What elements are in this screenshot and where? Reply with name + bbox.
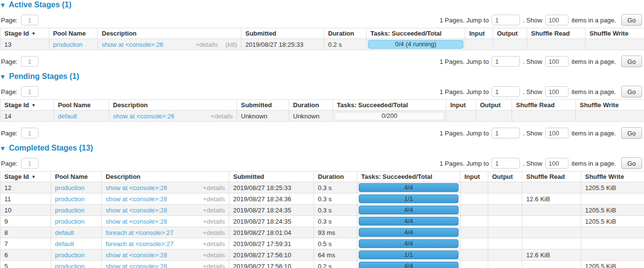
output-cell [488, 216, 522, 227]
column-header-description[interactable]: Description [109, 100, 237, 111]
column-header-stage-id[interactable]: Stage Id▼ [0, 100, 54, 111]
column-header-pool-name[interactable]: Pool Name [51, 172, 102, 182]
tasks-cell: 1/1 [357, 249, 460, 261]
description-link[interactable]: foreach at <console>:27 [106, 240, 174, 248]
details-toggle[interactable]: +details [211, 113, 233, 120]
column-header-tasks[interactable]: Tasks: Succeeded/Total [333, 100, 446, 111]
pool-name-link[interactable]: production [53, 41, 83, 48]
page-input[interactable] [21, 56, 38, 67]
details-toggle[interactable]: +details [203, 195, 225, 203]
stage-id-cell: 8 [0, 227, 51, 238]
column-header-input[interactable]: Input [446, 100, 476, 111]
go-button[interactable]: Go [621, 56, 642, 67]
column-header-duration[interactable]: Duration [314, 172, 357, 182]
show-count-input[interactable] [545, 158, 569, 169]
pool-name-link[interactable]: production [55, 207, 85, 214]
kill-link[interactable]: (kill) [225, 41, 237, 48]
duration-cell: 64 ms [314, 249, 357, 261]
details-toggle[interactable]: +details [203, 251, 225, 259]
column-header-shuffle-read[interactable]: Shuffle Read [512, 100, 576, 111]
description-cell: show at <console>:28+details [102, 193, 229, 205]
pool-name-link[interactable]: production [55, 184, 85, 191]
show-count-input[interactable] [545, 128, 569, 138]
page-input[interactable] [21, 128, 38, 138]
show-count-input[interactable] [545, 86, 569, 97]
column-header-shuffle-read[interactable]: Shuffle Read [522, 172, 581, 182]
column-header-pool-name[interactable]: Pool Name [54, 100, 109, 111]
column-header-shuffle-write[interactable]: Shuffle Write [576, 100, 644, 111]
go-button[interactable]: Go [621, 127, 642, 139]
jump-to-input[interactable] [492, 15, 520, 25]
tasks-cell: 4/4 [357, 205, 460, 216]
details-toggle[interactable]: +details [203, 240, 225, 248]
details-toggle[interactable]: +details [203, 184, 225, 191]
section-title: Completed Stages (13) [9, 144, 92, 152]
column-header-shuffle-read[interactable]: Shuffle Read [527, 28, 586, 39]
pool-name-link[interactable]: production [55, 195, 85, 203]
details-toggle[interactable]: +details [196, 41, 218, 48]
column-header-output[interactable]: Output [493, 28, 527, 39]
description-link[interactable]: show at <console>:26 [106, 184, 167, 191]
column-header-submitted[interactable]: Submitted [241, 28, 324, 39]
column-header-shuffle-write[interactable]: Shuffle Write [581, 172, 644, 182]
show-count-input[interactable] [545, 56, 569, 67]
column-header-tasks[interactable]: Tasks: Succeeded/Total [367, 28, 465, 39]
tasks-progress-bar: 0/200 [334, 112, 444, 120]
description-link[interactable]: show at <console>:28 [106, 251, 167, 259]
column-header-pool-name[interactable]: Pool Name [49, 28, 98, 39]
column-header-tasks[interactable]: Tasks: Succeeded/Total [357, 172, 460, 182]
details-toggle[interactable]: +details [203, 207, 225, 214]
description-link[interactable]: show at <console>:26 [113, 113, 174, 120]
go-button[interactable]: Go [621, 86, 642, 97]
go-button[interactable]: Go [621, 157, 642, 169]
section-title: Active Stages (1) [9, 0, 72, 9]
section-header-active[interactable]: ▾ Active Stages (1) [1, 1, 644, 9]
details-toggle[interactable]: +details [203, 263, 225, 268]
jump-to-input[interactable] [492, 158, 520, 169]
page-input[interactable] [21, 15, 38, 25]
jump-to-input[interactable] [492, 128, 520, 138]
description-link[interactable]: show at <console>:28 [106, 218, 167, 225]
column-header-output[interactable]: Output [476, 100, 512, 111]
pool-name-cell: production [49, 39, 98, 50]
column-header-shuffle-write[interactable]: Shuffle Write [586, 28, 644, 39]
go-button[interactable]: Go [621, 14, 642, 26]
column-header-output[interactable]: Output [488, 172, 522, 182]
section-header-completed[interactable]: ▾ Completed Stages (13) [1, 144, 644, 152]
duration-cell: Unknown [289, 111, 333, 122]
page-input[interactable] [21, 158, 38, 169]
description-link[interactable]: show at <console>:28 [106, 263, 167, 268]
pool-name-link[interactable]: production [55, 263, 85, 268]
jump-to-input[interactable] [492, 86, 520, 97]
column-header-stage-id[interactable]: Stage Id▼ [0, 28, 49, 39]
pool-name-link[interactable]: default [55, 229, 74, 236]
column-header-submitted[interactable]: Submitted [237, 100, 289, 111]
column-header-input[interactable]: Input [465, 28, 493, 39]
submitted-cell: 2019/08/27 18:24:36 [229, 193, 314, 205]
column-header-stage-id[interactable]: Stage Id▼ [0, 172, 51, 182]
show-label: . Show [523, 130, 542, 137]
tasks-progress-bar: 1/1 [359, 250, 459, 259]
page-input[interactable] [21, 86, 38, 97]
column-header-input[interactable]: Input [460, 172, 488, 182]
details-toggle[interactable]: +details [203, 218, 225, 225]
description-link[interactable]: foreach at <console>:27 [106, 229, 174, 236]
description-link[interactable]: show at <console>:26 [102, 41, 163, 48]
pool-name-link[interactable]: production [55, 251, 85, 259]
duration-cell: 0.2 s [314, 261, 357, 268]
description-link[interactable]: show at <console>:28 [106, 207, 167, 214]
show-count-input[interactable] [545, 15, 569, 25]
column-header-description[interactable]: Description [98, 28, 241, 39]
column-header-description[interactable]: Description [102, 172, 229, 182]
column-header-submitted[interactable]: Submitted [229, 172, 314, 182]
pool-name-link[interactable]: production [55, 218, 85, 225]
section-header-pending[interactable]: ▾ Pending Stages (1) [1, 73, 644, 80]
description-link[interactable]: show at <console>:28 [106, 195, 167, 203]
column-header-duration[interactable]: Duration [289, 100, 333, 111]
pool-name-link[interactable]: default [58, 113, 77, 120]
pool-name-link[interactable]: default [55, 240, 74, 248]
column-header-duration[interactable]: Duration [324, 28, 367, 39]
shuffle-write-cell [576, 111, 644, 122]
jump-to-input[interactable] [492, 56, 520, 67]
details-toggle[interactable]: +details [203, 229, 225, 236]
